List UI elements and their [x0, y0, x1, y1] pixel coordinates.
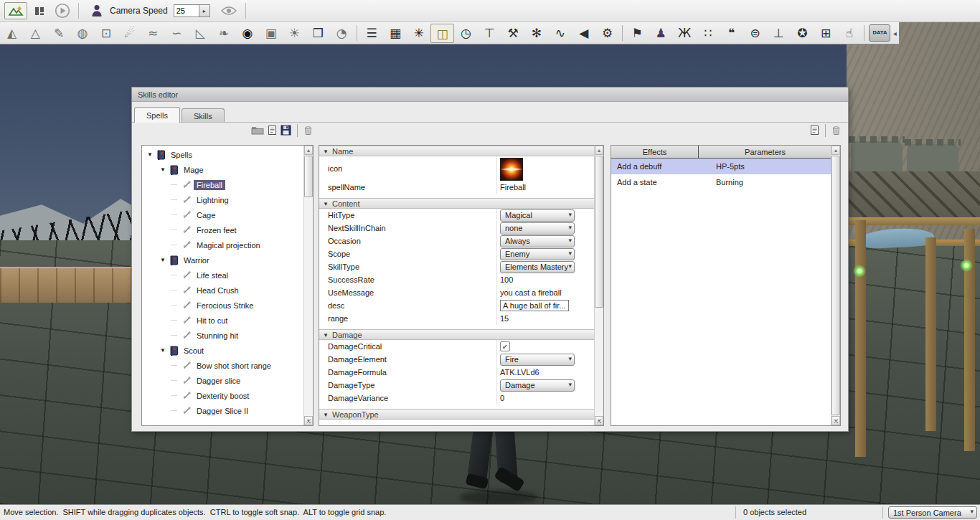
dropdown-nextskillinchain[interactable]: none▾: [500, 222, 575, 235]
dropdown-scope[interactable]: Enemy▾: [500, 248, 575, 260]
window-titlebar[interactable]: Skills editor: [132, 88, 848, 102]
dropdown-damageelement[interactable]: Fire▾: [500, 354, 575, 366]
textfield-desc[interactable]: A huge ball of fir...: [500, 300, 569, 311]
tree-item-dagger-slice-ii[interactable]: Dagger Slice II: [142, 403, 303, 418]
audio-icon[interactable]: ◀: [572, 23, 595, 44]
pulse-icon[interactable]: ∿: [548, 23, 572, 44]
scroll-up-icon[interactable]: ▲: [304, 146, 313, 155]
selection-box-icon[interactable]: ▣: [259, 23, 283, 44]
expander-icon[interactable]: ▼: [145, 151, 155, 158]
column-header-parameters[interactable]: Parameters: [699, 146, 831, 158]
chat-bubble-icon[interactable]: ❝: [720, 23, 743, 44]
timer-icon[interactable]: ◷: [454, 23, 478, 44]
tree-scrollbar[interactable]: ▲ ▼: [303, 146, 313, 425]
camera-select[interactable]: 1st Person Camera ▾: [888, 506, 977, 519]
effect-row-add-a-debuff[interactable]: Add a debuffHP-5pts: [611, 159, 831, 174]
delete-icon[interactable]: [831, 125, 841, 137]
section-header-content[interactable]: ▾Content: [319, 198, 594, 209]
tree-item-stunning-hit[interactable]: Stunning hit: [142, 328, 303, 343]
compass-icon[interactable]: ◉: [235, 23, 259, 44]
tree-item-life-steal[interactable]: Life steal: [142, 268, 303, 283]
coins-icon[interactable]: ⊜: [743, 23, 767, 44]
scrollbar-thumb[interactable]: [831, 156, 840, 415]
table-icon[interactable]: ▦: [384, 23, 407, 44]
value-usemessage[interactable]: you cast a fireball: [500, 288, 562, 297]
dropdown-hittype[interactable]: Magical▾: [500, 209, 575, 222]
thumbs-up-icon[interactable]: ☝: [838, 23, 862, 44]
bug-icon[interactable]: Ж: [673, 23, 697, 44]
effects-scrollbar[interactable]: ▲ ▼: [831, 146, 840, 425]
scrollbar-thumb[interactable]: [595, 156, 603, 308]
scene-view-icon[interactable]: [4, 2, 27, 19]
magic-wand-icon[interactable]: ✻: [525, 23, 549, 44]
stamp-icon[interactable]: ⊡: [94, 23, 118, 44]
skills-editor-window[interactable]: Skills editor Spells Skills: [131, 87, 849, 432]
mountain-icon[interactable]: △: [24, 23, 47, 44]
tree-item-warrior[interactable]: ▼Warrior: [142, 252, 303, 268]
tree-item-hit-to-cut[interactable]: Hit to cut: [142, 313, 303, 328]
delete-icon[interactable]: [303, 125, 313, 137]
value-damageformula[interactable]: ATK.LVLd6: [500, 368, 540, 377]
sphere-icon[interactable]: ◔: [330, 23, 354, 44]
water-icon[interactable]: ≈: [141, 23, 165, 44]
fireball-icon[interactable]: [500, 158, 523, 181]
checkbox-damagecritical[interactable]: ✔: [500, 341, 510, 351]
section-header-name[interactable]: ▾Name: [319, 146, 594, 156]
tree-item-dagger-slice[interactable]: Dagger slice: [142, 373, 303, 388]
tree-item-head-crush[interactable]: Head Crush: [142, 283, 303, 298]
tree-item-ferocious-strike[interactable]: Ferocious Strike: [142, 298, 303, 313]
axe-icon[interactable]: ⚒: [501, 23, 525, 44]
ramp-icon[interactable]: ◺: [189, 23, 212, 44]
tree-item-cage[interactable]: Cage: [142, 207, 303, 222]
tab-spells[interactable]: Spells: [134, 107, 180, 123]
terrain-tool-icon[interactable]: ◭: [0, 23, 24, 44]
anvil-icon[interactable]: ⊥: [767, 23, 791, 44]
layout-icon[interactable]: [32, 2, 47, 19]
calendar-icon[interactable]: ⊞: [814, 23, 838, 44]
expander-icon[interactable]: ▼: [158, 166, 168, 173]
compass-rose-icon[interactable]: ✳: [407, 23, 430, 44]
shirt-icon[interactable]: ⊤: [478, 23, 501, 44]
dropdown-occasion[interactable]: Always▾: [500, 235, 575, 247]
new-page-icon[interactable]: [268, 125, 277, 137]
road-icon[interactable]: ∽: [165, 23, 189, 44]
dropdown-skilltype[interactable]: Elements Mastery▾: [500, 261, 575, 273]
cube-icon[interactable]: ❒: [306, 23, 330, 44]
tree-item-frozen-feet[interactable]: Frozen feet: [142, 222, 303, 237]
expander-icon[interactable]: ▼: [158, 347, 168, 354]
scroll-up-icon[interactable]: ▲: [831, 146, 840, 155]
globe-icon[interactable]: ◍: [71, 23, 95, 44]
gears-icon[interactable]: ⚙: [595, 23, 619, 44]
brush-icon[interactable]: ✎: [47, 23, 71, 44]
particles-icon[interactable]: ∷: [696, 23, 720, 44]
data-icon[interactable]: DATA: [869, 24, 890, 42]
dropdown-damagetype[interactable]: Damage▾: [500, 379, 575, 392]
tab-skills[interactable]: Skills: [182, 108, 225, 123]
tree-item-mage[interactable]: ▼Mage: [142, 162, 303, 177]
value-successrate[interactable]: 100: [500, 275, 513, 284]
pin-icon[interactable]: ⚑: [626, 23, 649, 44]
tree-item-lightning[interactable]: Lightning: [142, 192, 303, 207]
sun-light-icon[interactable]: ☀: [283, 23, 306, 44]
save-icon[interactable]: [281, 125, 291, 137]
open-folder-icon[interactable]: [251, 125, 264, 136]
mixer-icon[interactable]: ☰: [360, 23, 384, 44]
section-header-damage[interactable]: ▾Damage: [319, 329, 594, 340]
eye-icon[interactable]: [217, 2, 240, 19]
scroll-up-icon[interactable]: ▲: [595, 146, 603, 155]
badge-icon[interactable]: ✪: [791, 23, 814, 44]
tree-item-spells[interactable]: ▼Spells: [142, 147, 303, 162]
spinner-arrow-icon[interactable]: ▸: [199, 4, 210, 17]
properties-scrollbar[interactable]: ▲ ▼: [594, 146, 603, 425]
value-spellname[interactable]: Fireball: [500, 183, 526, 192]
tree-item-fireball[interactable]: Fireball: [142, 177, 303, 192]
column-header-effects[interactable]: Effects: [611, 146, 699, 158]
camera-speed-input[interactable]: [174, 4, 199, 17]
new-page-icon[interactable]: [810, 125, 819, 137]
person-icon[interactable]: [88, 2, 105, 19]
expander-icon[interactable]: ▼: [158, 257, 168, 263]
value-damagevariance[interactable]: 0: [500, 394, 504, 402]
skills-book-icon[interactable]: ◫: [430, 24, 454, 43]
tree-item-magical-projection[interactable]: Magical projection: [142, 237, 303, 252]
collapse-toolbar-icon[interactable]: ◂: [890, 23, 899, 44]
